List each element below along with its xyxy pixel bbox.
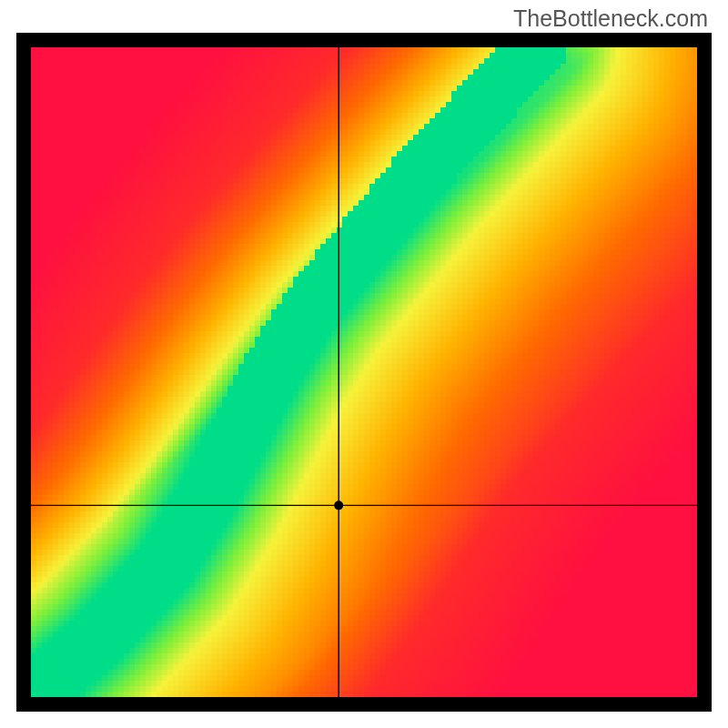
heatmap-plot [16,33,712,712]
watermark-text: TheBottleneck.com [513,5,708,32]
crosshair-overlay [16,33,712,712]
